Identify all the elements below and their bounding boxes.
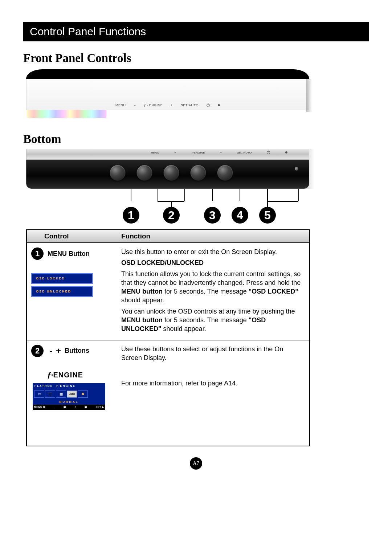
bottom-label-fengine: ƒ·ENGINE xyxy=(191,151,205,155)
fengine-panel-title: FLATRON ƒ·ENGINE xyxy=(33,383,105,389)
callout-number-row: 1 2 3 4 5 xyxy=(26,207,309,225)
plusminus-function: Use these buttons to select or adjust fu… xyxy=(121,345,301,363)
row2-badge: 2 xyxy=(31,345,44,357)
bottom-power-icon xyxy=(267,151,270,155)
fengine-normal-label: NORMAL xyxy=(33,399,105,405)
label-setauto: SET/AUTO xyxy=(181,103,199,107)
menu-button-label: MENU Button xyxy=(48,250,90,258)
callout-4: 4 xyxy=(232,207,248,224)
bottom-label-minus: − xyxy=(174,151,176,155)
heading-front-panel: Front Panel Controls xyxy=(23,52,369,65)
title-bar: Control Panel Functions xyxy=(23,22,369,41)
buttons-label: Buttons xyxy=(65,347,89,355)
front-panel-illustration: MENU − ƒ·ENGINE + SET/AUTO xyxy=(26,69,309,127)
bottom-panel-illustration: MENU − ƒ·ENGINE + SET/AUTO xyxy=(26,149,309,189)
fengine-function: For more information, refer to page A14. xyxy=(121,379,301,388)
callout-lines xyxy=(26,189,309,209)
callout-2: 2 xyxy=(163,207,180,224)
fengine-mode-icon: ▭ xyxy=(34,390,44,398)
label-fengine: ƒ·ENGINE xyxy=(144,103,163,107)
power-button[interactable] xyxy=(217,165,233,181)
label-plus: + xyxy=(171,103,173,107)
color-strip xyxy=(26,110,106,118)
fengine-osd-panel: FLATRON ƒ·ENGINE ▭ ☰ ▦ USER ✖ NORMAL MEN… xyxy=(33,383,105,410)
fengine-footer: MENU ⊠ − ▣ + ▣ SET ▶ xyxy=(33,405,105,410)
plus-button[interactable] xyxy=(163,165,179,181)
osd-lock-paragraph: This function allows you to lock the cur… xyxy=(121,270,301,305)
minus-button[interactable] xyxy=(136,165,152,181)
callout-5: 5 xyxy=(259,207,276,224)
osd-unlock-paragraph: You can unlock the OSD controls at any t… xyxy=(121,307,301,334)
set-auto-button[interactable] xyxy=(190,165,206,181)
osd-locked-heading: OSD LOCKED/UNLOCKED xyxy=(121,258,301,267)
osd-locked-indicator: OSD LOCKED xyxy=(31,273,93,284)
callout-1: 1 xyxy=(123,207,139,224)
label-minus: − xyxy=(134,103,136,107)
bottom-label-plus: + xyxy=(220,151,222,155)
table-header: Control Function xyxy=(27,230,309,243)
header-control: Control xyxy=(27,230,121,242)
plus-symbol: + xyxy=(56,346,61,356)
bottom-label-setauto: SET/AUTO xyxy=(237,151,252,155)
fengine-label: ƒ·ENGINE xyxy=(47,370,83,379)
bottom-led-icon xyxy=(285,151,287,155)
callout-3: 3 xyxy=(204,207,221,224)
label-menu: MENU xyxy=(115,103,126,107)
menu-function-intro: Use this button to enter or exit the On … xyxy=(121,247,301,256)
fengine-user-mode: USER xyxy=(67,390,77,398)
front-panel-labels: MENU − ƒ·ENGINE + SET/AUTO xyxy=(26,103,309,107)
bottom-label-menu: MENU xyxy=(151,151,159,155)
table-row: 2 - + Buttons ƒ·ENGINE FLATRON ƒ·ENGINE … xyxy=(27,340,309,446)
power-icon xyxy=(207,103,210,107)
heading-bottom: Bottom xyxy=(23,132,369,146)
fengine-icon-row: ▭ ☰ ▦ USER ✖ xyxy=(33,389,105,399)
fengine-mode-icon: ☰ xyxy=(45,390,55,398)
fengine-mode-icon: ▦ xyxy=(56,390,66,398)
row1-badge: 1 xyxy=(31,247,44,260)
header-function: Function xyxy=(121,230,309,242)
menu-button[interactable] xyxy=(110,165,126,181)
controls-table: Control Function 1 MENU Button OSD LOCKE… xyxy=(26,229,310,446)
minus-symbol: - xyxy=(49,346,52,356)
osd-unlocked-indicator: OSD UNLOCKED xyxy=(31,286,93,297)
page-number: A7 xyxy=(190,457,202,470)
manual-page: Control Panel Functions Front Panel Cont… xyxy=(0,0,392,480)
table-row: 1 MENU Button OSD LOCKED OSD UNLOCKED Us… xyxy=(27,243,309,340)
power-led xyxy=(295,167,298,171)
fengine-mode-icon: ✖ xyxy=(78,390,88,398)
led-icon xyxy=(218,103,220,107)
